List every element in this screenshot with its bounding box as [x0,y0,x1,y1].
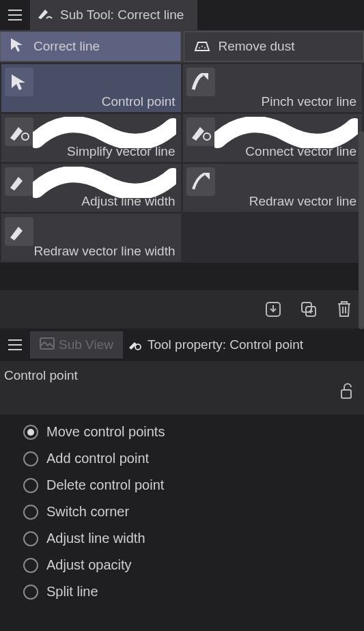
option-label: Split line [46,584,98,600]
property-panel-head: Control point [0,361,364,415]
trash-icon[interactable] [334,299,354,320]
tool-label: Redraw vector line width [34,244,176,259]
subview-tab[interactable]: Sub View [30,331,123,359]
correct-line-mode[interactable]: Correct line [0,31,181,61]
tool-control-point[interactable]: Control point [1,64,181,112]
radio-icon [23,425,38,440]
tool-connect-vector-line[interactable]: Connect vector line [183,114,363,162]
radio-icon [23,478,38,493]
svg-rect-10 [341,390,351,398]
radio-icon [23,505,38,520]
wrench-icon [127,336,142,354]
option-adjust-opacity[interactable]: Adjust opacity [23,557,364,573]
pen-curve-icon [5,117,33,146]
redraw-icon [186,167,215,196]
image-icon [40,337,55,353]
menu-icon[interactable] [0,330,30,360]
dust-icon [193,37,212,57]
option-delete-control-point[interactable]: Delete control point [23,477,364,493]
menu-icon[interactable] [0,0,30,30]
svg-point-1 [201,46,203,47]
property-options: Move control pointsAdd control pointDele… [0,415,364,600]
subview-label: Sub View [59,337,113,352]
option-split-line[interactable]: Split line [23,584,364,600]
mode-label: Remove dust [219,39,295,54]
radio-icon [23,558,38,573]
tool-label: Simplify vector line [67,144,175,159]
pen-width-icon [5,217,33,246]
tool-pinch-vector-line[interactable]: Pinch vector line [183,64,363,112]
tool-label: Adjust line width [81,194,175,209]
tool-label: Pinch vector line [262,94,356,109]
tool-label: Connect vector line [245,144,356,159]
radio-icon [23,585,38,600]
tool-redraw-vector-line[interactable]: Redraw vector line [183,164,363,212]
option-label: Adjust line width [46,531,145,546]
cursor-icon [5,68,33,96]
tool-grid: Control pointPinch vector lineSimplify v… [0,63,364,263]
option-label: Delete control point [46,477,164,493]
tool-simplify-vector-line[interactable]: Simplify vector line [1,114,181,162]
option-label: Adjust opacity [46,557,132,573]
option-label: Move control points [46,424,165,440]
option-move-control-points[interactable]: Move control points [23,424,364,440]
svg-point-0 [199,47,200,48]
option-switch-corner[interactable]: Switch corner [23,504,364,520]
property-name: Control point [4,368,357,383]
tool-redraw-vector-line-width[interactable]: Redraw vector line width [1,214,181,262]
cursor-icon [9,36,27,57]
duplicate-icon[interactable] [298,299,319,320]
svg-point-3 [22,133,29,140]
option-label: Switch corner [46,504,129,520]
lock-icon[interactable] [339,383,354,402]
radio-icon [23,451,38,466]
action-bar [0,290,364,328]
radio-icon [23,531,38,546]
option-adjust-line-width[interactable]: Adjust line width [23,531,364,546]
tool-property-label: Tool property: Control point [148,337,303,352]
pen-icon [37,7,53,23]
svg-point-4 [204,133,210,140]
download-icon[interactable] [263,299,283,320]
pen-width-icon [5,167,33,196]
option-add-control-point[interactable]: Add control point [23,451,364,466]
tool-label: Redraw vector line [249,194,356,209]
empty-cell [183,214,363,262]
tool-label: Control point [102,94,176,109]
pen-curve-icon [186,117,215,146]
mode-row: Correct line Remove dust [0,30,364,63]
pinch-icon [186,68,215,96]
scrollbar[interactable] [359,131,364,329]
svg-point-2 [204,47,206,48]
subtool-title: Sub Tool: Correct line [60,8,184,23]
mode-label: Correct line [33,39,100,54]
tool-adjust-line-width[interactable]: Adjust line width [1,164,181,212]
tool-property-tab[interactable]: Tool property: Control point [127,331,303,359]
option-label: Add control point [46,451,149,466]
remove-dust-mode[interactable]: Remove dust [184,31,365,61]
subtool-tab[interactable]: Sub Tool: Correct line [30,0,197,30]
